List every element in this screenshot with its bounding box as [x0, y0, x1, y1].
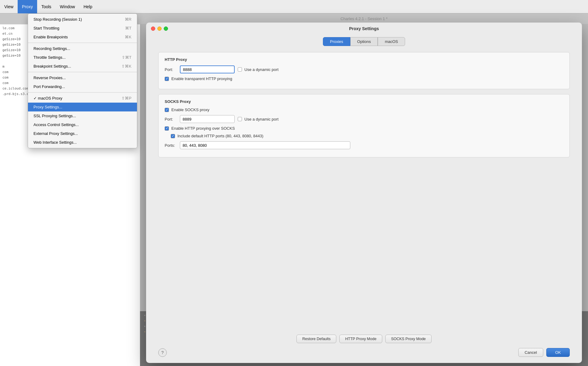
footer-bottom: ? Cancel OK	[158, 348, 570, 357]
proxy-dropdown-menu: Stop Recording (Session 1) ⌘R Start Thro…	[28, 13, 137, 148]
http-over-socks-label: Enable HTTP proxying over SOCKS	[171, 126, 235, 131]
enable-socks-row: ✓ Enable SOCKS proxy	[165, 107, 563, 112]
http-over-socks-row: ✓ Enable HTTP proxying over SOCKS	[165, 126, 563, 131]
http-dynamic-port-row: Use a dynamic port	[238, 67, 278, 72]
menubar: View Proxy Tools Window Help	[0, 0, 588, 13]
menu-separator	[28, 43, 137, 43]
menu-breakpoint-settings[interactable]: Breakpoint Settings... ⇧⌘K	[28, 62, 137, 71]
menu-separator	[28, 72, 137, 72]
dialog-body: HTTP Proxy Port: Use a dynamic port ✓ En…	[146, 46, 582, 331]
socks-proxy-section: SOCKS Proxy ✓ Enable SOCKS proxy Port: U…	[158, 94, 570, 157]
restore-defaults-button[interactable]: Restore Defaults	[296, 335, 336, 343]
maximize-button[interactable]	[164, 26, 168, 31]
transparent-proxy-row: ✓ Enable transparent HTTP proxying	[165, 76, 563, 81]
http-over-socks-checkbox[interactable]: ✓	[165, 126, 169, 131]
http-dynamic-port-label: Use a dynamic port	[244, 67, 278, 72]
tab-options[interactable]: Options	[350, 37, 378, 46]
ok-button[interactable]: OK	[546, 348, 570, 357]
http-port-label: Port:	[165, 67, 177, 72]
menubar-tools[interactable]: Tools	[37, 0, 56, 13]
socks-dynamic-port-row: Use a dynamic port	[238, 117, 278, 121]
footer-mode-buttons: Restore Defaults HTTP Proxy Mode SOCKS P…	[158, 335, 570, 343]
menubar-window[interactable]: Window	[56, 0, 79, 13]
transparent-proxy-label: Enable transparent HTTP proxying	[171, 76, 232, 81]
help-button[interactable]: ?	[158, 348, 167, 357]
menu-ssl-proxying-settings[interactable]: SSL Proxying Settings...	[28, 111, 137, 120]
ports-label: Ports:	[165, 143, 177, 148]
http-proxy-mode-button[interactable]: HTTP Proxy Mode	[339, 335, 382, 343]
cancel-button[interactable]: Cancel	[518, 348, 543, 357]
socks-port-label: Port:	[165, 117, 177, 121]
socks-dynamic-port-checkbox[interactable]	[238, 117, 242, 121]
menubar-view[interactable]: View	[0, 0, 18, 13]
action-buttons: Cancel OK	[518, 348, 570, 357]
menu-port-forwarding[interactable]: Port Forwarding...	[28, 82, 137, 91]
traffic-lights	[151, 26, 168, 31]
menu-proxy-settings[interactable]: Proxy Settings...	[28, 103, 137, 111]
menu-stop-recording[interactable]: Stop Recording (Session 1) ⌘R	[28, 15, 137, 24]
minimize-button[interactable]	[157, 26, 162, 31]
ports-row: Ports:	[165, 141, 563, 149]
menu-start-throttling[interactable]: Start Throttling ⌘T	[28, 24, 137, 33]
http-proxy-section: HTTP Proxy Port: Use a dynamic port ✓ En…	[158, 52, 570, 89]
enable-socks-label: Enable SOCKS proxy	[171, 107, 209, 112]
menubar-proxy[interactable]: Proxy	[18, 0, 37, 13]
menu-enable-breakpoints[interactable]: Enable Breakpoints ⌘K	[28, 33, 137, 41]
menu-separator	[28, 92, 137, 93]
menu-reverse-proxies[interactable]: Reverse Proxies...	[28, 73, 137, 82]
menu-access-control-settings[interactable]: Access Control Settings...	[28, 120, 137, 129]
enable-socks-checkbox[interactable]: ✓	[165, 108, 169, 112]
tab-bar: Proxies Options macOS	[146, 35, 582, 46]
menu-external-proxy-settings[interactable]: External Proxy Settings...	[28, 129, 137, 138]
http-port-row: Port: Use a dynamic port	[165, 65, 563, 73]
include-ports-checkbox[interactable]: ✓	[171, 134, 175, 138]
menu-throttle-settings[interactable]: Throttle Settings... ⇧⌘T	[28, 53, 137, 62]
menu-recording-settings[interactable]: Recording Settings...	[28, 44, 137, 53]
tab-macos[interactable]: macOS	[378, 37, 405, 46]
socks-port-row: Port: Use a dynamic port	[165, 115, 563, 123]
dialog-overlay: Proxy Settings Proxies Options macOS HTT…	[140, 13, 588, 366]
dialog-titlebar: Proxy Settings	[146, 23, 582, 35]
socks-proxy-title: SOCKS Proxy	[165, 99, 563, 104]
include-ports-row: ✓ Include default HTTP ports (80, 443, 8…	[171, 134, 563, 138]
proxy-settings-dialog: Proxy Settings Proxies Options macOS HTT…	[146, 23, 582, 363]
ports-input[interactable]	[180, 141, 350, 149]
menubar-help[interactable]: Help	[79, 0, 96, 13]
tab-proxies[interactable]: Proxies	[323, 37, 350, 46]
transparent-proxy-checkbox[interactable]: ✓	[165, 77, 169, 81]
http-dynamic-port-checkbox[interactable]	[238, 67, 242, 72]
socks-proxy-mode-button[interactable]: SOCKS Proxy Mode	[385, 335, 432, 343]
close-button[interactable]	[151, 26, 155, 31]
socks-dynamic-port-label: Use a dynamic port	[244, 117, 278, 121]
include-ports-label: Include default HTTP ports (80, 443, 808…	[177, 134, 263, 138]
http-proxy-title: HTTP Proxy	[165, 57, 563, 62]
dialog-footer: Restore Defaults HTTP Proxy Mode SOCKS P…	[146, 331, 582, 363]
http-port-input[interactable]	[180, 65, 235, 73]
menu-web-interface-settings[interactable]: Web Interface Settings...	[28, 138, 137, 147]
menu-macos-proxy[interactable]: ✓ macOS Proxy ⇧⌘P	[28, 94, 137, 103]
socks-port-input[interactable]	[180, 115, 235, 123]
dialog-title: Proxy Settings	[349, 26, 379, 31]
